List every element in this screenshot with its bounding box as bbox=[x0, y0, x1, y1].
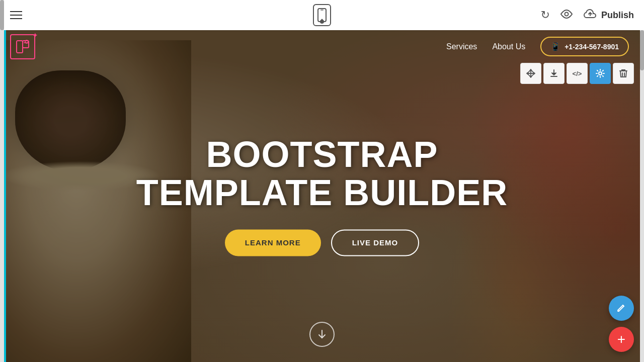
publish-cloud-icon bbox=[583, 9, 597, 22]
logo-box bbox=[10, 34, 35, 59]
nav-phone-number: +1-234-567-8901 bbox=[565, 43, 619, 51]
edit-fab-button[interactable] bbox=[609, 296, 634, 321]
hero-content: BOOTSTRAP TEMPLATE BUILDER LEARN MORE LI… bbox=[121, 136, 523, 256]
website-preview: Services About Us 📱 +1-234-567-8901 bbox=[0, 30, 644, 362]
hero-title-line1: BOOTSTRAP bbox=[206, 134, 438, 174]
nav-phone[interactable]: 📱 +1-234-567-8901 bbox=[540, 37, 629, 56]
top-bar-left bbox=[10, 11, 22, 19]
edit-pencil-icon bbox=[616, 303, 626, 313]
plus-icon: + bbox=[617, 332, 625, 346]
add-fab-button[interactable]: + bbox=[609, 327, 634, 352]
undo-icon[interactable]: ↺ bbox=[541, 9, 550, 22]
svg-point-7 bbox=[599, 72, 602, 75]
eye-icon-svg bbox=[560, 10, 573, 19]
section-settings-button[interactable] bbox=[590, 63, 611, 84]
hero-title-line2: TEMPLATE BUILDER bbox=[136, 172, 508, 213]
fab-container: + bbox=[609, 296, 634, 352]
section-download-button[interactable] bbox=[543, 63, 565, 84]
section-move-button[interactable] bbox=[520, 63, 541, 84]
hamburger-menu-icon[interactable] bbox=[10, 11, 22, 19]
section-code-button[interactable]: </> bbox=[567, 63, 588, 84]
preview-border-accent bbox=[4, 30, 6, 362]
right-scrollbar-thumb bbox=[640, 30, 644, 70]
scroll-down-button[interactable] bbox=[309, 322, 335, 347]
settings-icon bbox=[596, 69, 605, 78]
site-navbar: Services About Us 📱 +1-234-567-8901 bbox=[0, 30, 644, 63]
svg-point-1 bbox=[321, 19, 323, 21]
section-toolbar: </> bbox=[520, 63, 634, 84]
preview-icon[interactable] bbox=[560, 9, 573, 22]
nav-link-services[interactable]: Services bbox=[446, 42, 477, 51]
top-bar-center bbox=[313, 4, 331, 26]
hero-title: BOOTSTRAP TEMPLATE BUILDER bbox=[121, 136, 523, 212]
top-bar-right: ↺ Publish bbox=[541, 9, 634, 22]
nav-link-about-us[interactable]: About Us bbox=[492, 42, 525, 51]
learn-more-button[interactable]: LEARN MORE bbox=[225, 230, 321, 256]
svg-rect-4 bbox=[17, 41, 23, 53]
delete-icon bbox=[619, 69, 627, 78]
hero-buttons: LEARN MORE LIVE DEMO bbox=[121, 230, 523, 256]
publish-button[interactable]: Publish bbox=[583, 9, 634, 22]
section-delete-button[interactable] bbox=[613, 63, 634, 84]
download-icon bbox=[549, 69, 558, 78]
svg-point-3 bbox=[565, 13, 568, 16]
site-nav-links: Services About Us 📱 +1-234-567-8901 bbox=[446, 37, 629, 56]
svg-rect-2 bbox=[320, 10, 324, 11]
move-icon bbox=[526, 69, 535, 78]
cloud-upload-icon bbox=[583, 9, 597, 20]
mobile-view-button[interactable] bbox=[313, 4, 331, 26]
live-demo-button[interactable]: LIVE DEMO bbox=[331, 230, 420, 256]
phone-icon: 📱 bbox=[550, 42, 560, 51]
publish-label: Publish bbox=[601, 10, 634, 21]
svg-rect-5 bbox=[23, 41, 29, 48]
phone-frame-icon bbox=[317, 8, 327, 22]
logo-icon bbox=[16, 40, 30, 54]
code-icon: </> bbox=[573, 70, 582, 77]
left-scrollbar[interactable] bbox=[0, 0, 4, 362]
left-scrollbar-thumb bbox=[0, 0, 4, 30]
right-scrollbar[interactable] bbox=[640, 30, 644, 362]
svg-rect-0 bbox=[318, 9, 326, 22]
arrow-down-icon bbox=[317, 329, 327, 339]
main-preview-area: Services About Us 📱 +1-234-567-8901 bbox=[0, 30, 644, 362]
top-bar: ↺ Publish bbox=[0, 0, 644, 30]
site-logo[interactable] bbox=[10, 34, 35, 59]
